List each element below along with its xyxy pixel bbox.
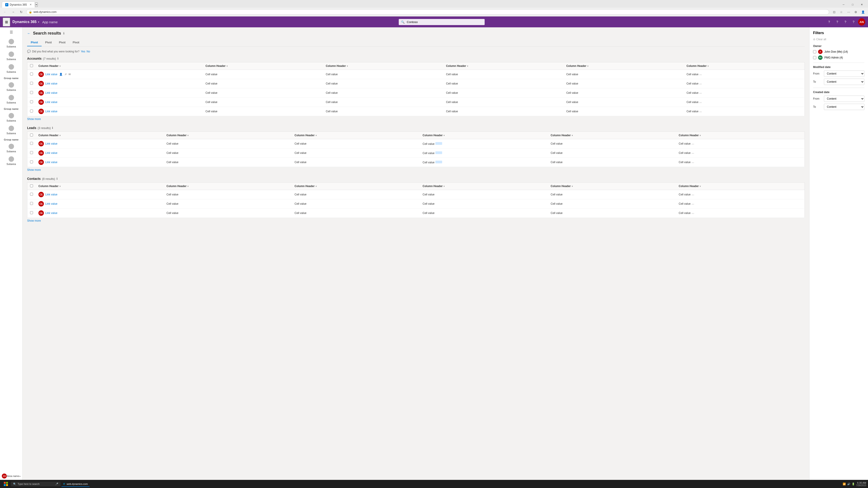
row-checkbox-leads-tbody-2[interactable] (30, 160, 33, 163)
row-checkbox-leads-tbody-0[interactable] (30, 142, 33, 145)
row-checkbox-contacts-tbody-1[interactable] (30, 202, 33, 205)
taskbar-clock[interactable]: 6:30 AM 7/30/2015 (856, 482, 866, 487)
feedback-no-link[interactable]: No (87, 50, 90, 53)
contacts-col-5-filter[interactable]: ▾ (700, 185, 701, 188)
waffle-menu-button[interactable]: ⊞ (3, 18, 10, 26)
contacts-show-more[interactable]: Show more (27, 219, 41, 222)
address-input[interactable] (33, 10, 827, 13)
account-browser-button[interactable]: 👤 (860, 9, 866, 15)
help-button-1[interactable]: ? (826, 18, 833, 26)
feedback-yes-link[interactable]: Yes (81, 50, 85, 53)
row-link-leads-tbody-2[interactable]: Link value (45, 161, 57, 164)
accounts-col-5-filter[interactable]: ▾ (708, 65, 709, 67)
sidebar-item-subarea-6[interactable]: Subarea (0, 111, 22, 124)
row-link-contacts-tbody-2[interactable]: Link value (45, 212, 57, 215)
browser-tab[interactable]: D Dynamics 365 ✕ (2, 2, 35, 8)
row-checkbox-contacts-tbody-2[interactable] (30, 211, 33, 214)
close-button[interactable]: ✕ (857, 1, 866, 8)
sidebar-item-subarea-1[interactable]: Subarea (0, 37, 22, 50)
row-link-accounts-tbody-1[interactable]: Link value (45, 82, 57, 85)
pivot-tab-3[interactable]: Pivot (69, 39, 83, 46)
back-browser-button[interactable]: ← (2, 9, 8, 15)
sidebar-item-subarea-4[interactable]: Subarea (0, 80, 22, 93)
clear-all-button[interactable]: ⊘ Clear all (813, 38, 864, 41)
close-tab-button[interactable]: ✕ (30, 3, 32, 6)
sidebar-item-subarea-9[interactable]: Subarea (0, 155, 22, 167)
contacts-select-all[interactable] (30, 184, 33, 187)
row-checkbox-leads-tbody-1[interactable] (30, 151, 33, 154)
settings-button[interactable]: ⚙ (852, 9, 859, 15)
minimize-button[interactable]: ─ (839, 1, 848, 8)
row-link-contacts-tbody-0[interactable]: Link value (45, 193, 57, 196)
back-button[interactable]: ← (27, 31, 31, 35)
accounts-col-0-filter[interactable]: ▾ (59, 65, 61, 67)
pivot-tab-0[interactable]: Pivot (27, 39, 41, 46)
address-bar[interactable]: 🔒 (26, 9, 829, 15)
row-link-leads-tbody-0[interactable]: Link value (45, 142, 57, 145)
taskbar-app-item[interactable]: e web.dynamics.com (61, 481, 90, 487)
created-from-select[interactable]: Content (824, 96, 864, 102)
row-action-1[interactable]: ↗ (64, 72, 67, 76)
leads-info-icon[interactable]: ℹ (52, 126, 53, 129)
row-link-accounts-tbody-0[interactable]: Link value (45, 73, 57, 76)
sidebar-item-subarea-3[interactable]: Subarea (0, 62, 22, 75)
sidebar-item-subarea-2[interactable]: Subarea (0, 50, 22, 62)
row-action-0[interactable]: 👤 (59, 72, 63, 76)
accounts-col-2-filter[interactable]: ▾ (347, 65, 348, 67)
accounts-col-3-filter[interactable]: ▾ (467, 65, 468, 67)
leads-show-more[interactable]: Show more (27, 168, 41, 171)
sidebar-toggle-button[interactable]: ☰ (0, 27, 22, 37)
pivot-tab-2[interactable]: Pivot (55, 39, 69, 46)
accounts-col-4-filter[interactable]: ▾ (587, 65, 588, 67)
sidebar-item-subarea-8[interactable]: Subarea (0, 142, 22, 155)
row-link-accounts-tbody-3[interactable]: Link value (45, 101, 57, 104)
favorites-button[interactable]: ☆ (838, 9, 844, 15)
user-avatar[interactable]: AN (858, 18, 865, 26)
accounts-col-1-filter[interactable]: ▾ (226, 65, 228, 67)
row-checkbox-accounts-tbody-0[interactable] (30, 72, 33, 75)
global-search-input[interactable] (399, 19, 485, 25)
row-checkbox-contacts-tbody-0[interactable] (30, 193, 33, 196)
leads-col-4-filter[interactable]: ▾ (572, 134, 573, 137)
contacts-col-1-filter[interactable]: ▾ (187, 185, 188, 188)
leads-select-all[interactable] (30, 133, 33, 136)
contacts-info-icon[interactable]: ℹ (57, 177, 58, 180)
accounts-show-more[interactable]: Show more (27, 118, 41, 121)
leads-col-3-filter[interactable]: ▾ (443, 134, 445, 137)
refresh-button[interactable]: ↻ (18, 9, 24, 15)
accounts-select-all[interactable] (30, 64, 33, 67)
owner-checkbox-1[interactable] (813, 56, 816, 59)
contacts-col-4-filter[interactable]: ▾ (572, 185, 573, 188)
leads-col-1-filter[interactable]: ▾ (187, 134, 188, 137)
sidebar-item-subarea-7[interactable]: Subarea (0, 124, 22, 136)
help-button-2[interactable]: ? (834, 18, 841, 26)
created-to-select[interactable]: Content (824, 104, 864, 110)
brand[interactable]: Dynamics 365 ▾ (12, 20, 39, 24)
contacts-col-2-filter[interactable]: ▾ (315, 185, 317, 188)
row-checkbox-accounts-tbody-4[interactable] (30, 109, 33, 112)
sidebar-item-subarea-5[interactable]: Subarea (0, 93, 22, 106)
row-checkbox-accounts-tbody-2[interactable] (30, 91, 33, 94)
pivot-tab-1[interactable]: Pivot (41, 39, 55, 46)
forward-browser-button[interactable]: → (10, 9, 16, 15)
row-link-leads-tbody-1[interactable]: Link value (45, 151, 57, 155)
row-link-accounts-tbody-2[interactable]: Link value (45, 91, 57, 94)
leads-col-0-filter[interactable]: ▾ (59, 134, 61, 137)
browser-menu-button[interactable]: ⋯ (845, 9, 852, 15)
extensions-button[interactable]: ⊡ (831, 9, 837, 15)
modified-from-select[interactable]: Content (824, 70, 864, 77)
row-link-contacts-tbody-1[interactable]: Link value (45, 202, 57, 205)
help-button-4[interactable]: ? (850, 18, 857, 26)
owner-checkbox-0[interactable] (813, 50, 816, 53)
new-tab-button[interactable]: + (35, 2, 38, 7)
row-checkbox-accounts-tbody-1[interactable] (30, 82, 33, 85)
row-checkbox-accounts-tbody-3[interactable] (30, 100, 33, 103)
row-link-accounts-tbody-4[interactable]: Link value (45, 110, 57, 113)
row-action-2[interactable]: ✉ (68, 72, 71, 76)
taskbar-search-bar[interactable]: 🔍 Type here to search 🎤 (11, 482, 61, 486)
start-button[interactable] (2, 481, 10, 487)
help-button-3[interactable]: ? (842, 18, 849, 26)
sidebar-area[interactable]: AN Area name ▴ (0, 472, 22, 480)
restore-button[interactable]: □ (848, 1, 857, 8)
modified-to-select[interactable]: Content (824, 78, 864, 85)
